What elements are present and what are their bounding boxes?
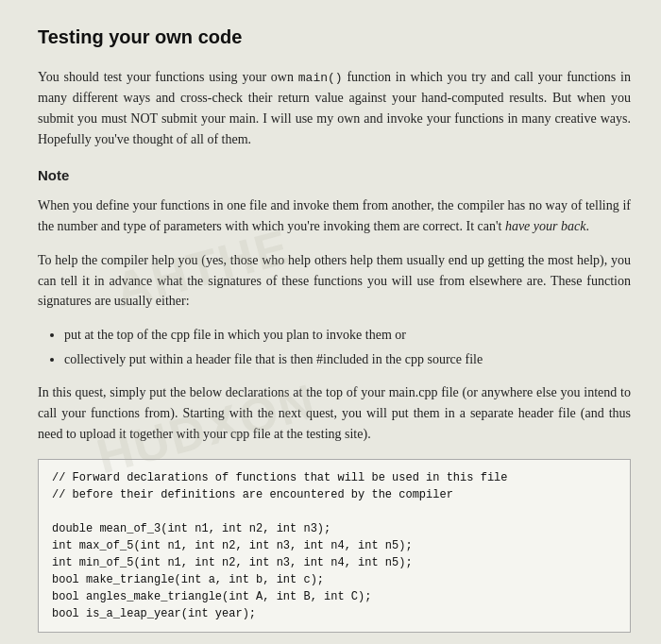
code-line-5: bool angles_make_triangle(int A, int B, …: [52, 590, 371, 603]
quest-paragraph: In this quest, simply put the below decl…: [38, 382, 631, 444]
code-line-6: bool is_a_leap_year(int year);: [52, 607, 256, 620]
code-line-1: double mean_of_3(int n1, int n2, int n3)…: [52, 522, 330, 535]
page-content: AHTHE HUDXON Testing your own code You s…: [38, 23, 631, 633]
code-comment-1: // Forward declarations of functions tha…: [52, 471, 507, 484]
page-title: Testing your own code: [38, 23, 631, 52]
bullet-list: put at the top of the cpp file in which …: [64, 325, 631, 369]
intro-paragraph: You should test your functions using you…: [38, 67, 631, 149]
code-block: // Forward declarations of functions tha…: [38, 459, 631, 633]
bullet-item-2: collectively put within a header file th…: [64, 349, 631, 370]
help-paragraph: To help the compiler help you (yes, thos…: [38, 250, 631, 312]
code-line-3: int min_of_5(int n1, int n2, int n3, int…: [52, 556, 413, 569]
italic-text: have your back: [505, 219, 586, 233]
note-heading: Note: [38, 164, 631, 186]
code-line-4: bool make_triangle(int a, int b, int c);: [52, 573, 324, 586]
main-code: main(): [298, 71, 343, 85]
bullet-item-1: put at the top of the cpp file in which …: [64, 325, 631, 346]
note-paragraph-1: When you define your functions in one fi…: [38, 195, 631, 236]
code-line-2: int max_of_5(int n1, int n2, int n3, int…: [52, 539, 413, 552]
code-comment-2: // before their definitions are encounte…: [52, 488, 453, 501]
